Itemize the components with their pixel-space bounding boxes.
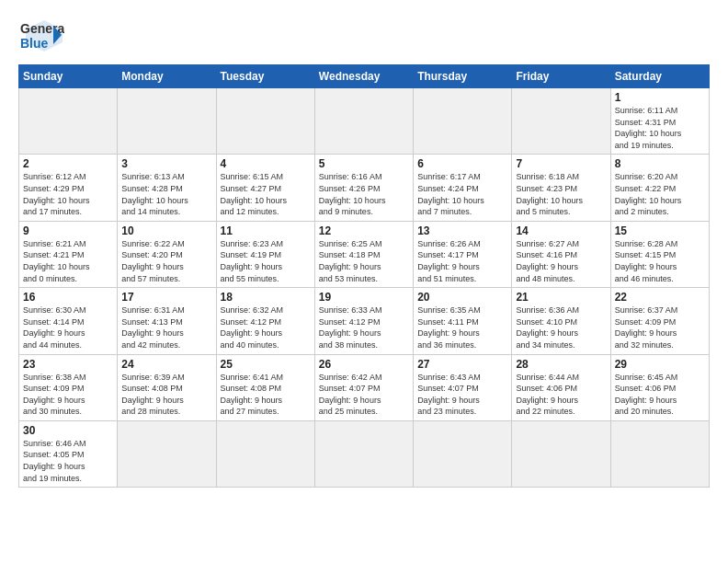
calendar-cell: 11Sunrise: 6:23 AM Sunset: 4:19 PM Dayli… <box>216 221 314 287</box>
calendar-header-saturday: Saturday <box>610 65 709 88</box>
calendar-header-monday: Monday <box>118 65 216 88</box>
calendar-cell: 19Sunrise: 6:33 AM Sunset: 4:12 PM Dayli… <box>314 288 413 354</box>
day-number: 26 <box>319 358 409 371</box>
calendar-header-row: SundayMondayTuesdayWednesdayThursdayFrid… <box>19 65 710 88</box>
day-number: 24 <box>121 358 211 371</box>
calendar-cell: 10Sunrise: 6:22 AM Sunset: 4:20 PM Dayli… <box>118 221 216 287</box>
day-info: Sunrise: 6:20 AM Sunset: 4:22 PM Dayligh… <box>615 171 705 217</box>
calendar-week-4: 23Sunrise: 6:38 AM Sunset: 4:09 PM Dayli… <box>19 354 710 420</box>
calendar-cell: 3Sunrise: 6:13 AM Sunset: 4:28 PM Daylig… <box>118 155 216 221</box>
calendar-header-thursday: Thursday <box>414 65 512 88</box>
day-info: Sunrise: 6:46 AM Sunset: 4:05 PM Dayligh… <box>23 438 113 484</box>
day-number: 4 <box>221 157 311 170</box>
calendar-cell: 2Sunrise: 6:12 AM Sunset: 4:29 PM Daylig… <box>19 155 118 221</box>
calendar-header-sunday: Sunday <box>19 65 118 88</box>
day-number: 25 <box>221 358 311 371</box>
calendar-cell <box>414 88 512 155</box>
day-number: 21 <box>516 291 606 304</box>
calendar-cell: 20Sunrise: 6:35 AM Sunset: 4:11 PM Dayli… <box>414 288 512 354</box>
header: GeneralBlue <box>18 17 710 55</box>
day-number: 17 <box>121 291 211 304</box>
day-number: 27 <box>417 358 507 371</box>
day-info: Sunrise: 6:38 AM Sunset: 4:09 PM Dayligh… <box>23 372 113 418</box>
calendar-header-friday: Friday <box>512 65 610 88</box>
calendar-cell: 12Sunrise: 6:25 AM Sunset: 4:18 PM Dayli… <box>314 221 413 287</box>
calendar-table: SundayMondayTuesdayWednesdayThursdayFrid… <box>18 64 710 488</box>
day-info: Sunrise: 6:15 AM Sunset: 4:27 PM Dayligh… <box>221 171 311 217</box>
day-number: 8 <box>615 157 705 170</box>
calendar-cell <box>216 420 314 487</box>
day-info: Sunrise: 6:32 AM Sunset: 4:12 PM Dayligh… <box>221 304 311 350</box>
day-number: 13 <box>417 224 507 237</box>
day-info: Sunrise: 6:27 AM Sunset: 4:16 PM Dayligh… <box>516 238 606 284</box>
day-info: Sunrise: 6:23 AM Sunset: 4:19 PM Dayligh… <box>221 238 311 284</box>
calendar-cell <box>19 88 118 155</box>
day-number: 5 <box>319 157 409 170</box>
calendar-cell: 5Sunrise: 6:16 AM Sunset: 4:26 PM Daylig… <box>314 155 413 221</box>
day-number: 16 <box>23 291 113 304</box>
day-info: Sunrise: 6:26 AM Sunset: 4:17 PM Dayligh… <box>417 238 507 284</box>
calendar-cell: 6Sunrise: 6:17 AM Sunset: 4:24 PM Daylig… <box>414 155 512 221</box>
calendar-cell: 23Sunrise: 6:38 AM Sunset: 4:09 PM Dayli… <box>19 354 118 420</box>
day-info: Sunrise: 6:30 AM Sunset: 4:14 PM Dayligh… <box>23 304 113 350</box>
calendar-cell: 25Sunrise: 6:41 AM Sunset: 4:08 PM Dayli… <box>216 354 314 420</box>
calendar-cell: 17Sunrise: 6:31 AM Sunset: 4:13 PM Dayli… <box>118 288 216 354</box>
calendar-cell: 21Sunrise: 6:36 AM Sunset: 4:10 PM Dayli… <box>512 288 610 354</box>
calendar-cell: 15Sunrise: 6:28 AM Sunset: 4:15 PM Dayli… <box>610 221 709 287</box>
day-info: Sunrise: 6:42 AM Sunset: 4:07 PM Dayligh… <box>319 372 409 418</box>
calendar-week-3: 16Sunrise: 6:30 AM Sunset: 4:14 PM Dayli… <box>19 288 710 354</box>
day-info: Sunrise: 6:13 AM Sunset: 4:28 PM Dayligh… <box>121 171 211 217</box>
calendar-cell: 1Sunrise: 6:11 AM Sunset: 4:31 PM Daylig… <box>610 88 709 155</box>
day-info: Sunrise: 6:37 AM Sunset: 4:09 PM Dayligh… <box>615 304 705 350</box>
calendar-cell: 14Sunrise: 6:27 AM Sunset: 4:16 PM Dayli… <box>512 221 610 287</box>
day-number: 6 <box>417 157 507 170</box>
day-info: Sunrise: 6:35 AM Sunset: 4:11 PM Dayligh… <box>417 304 507 350</box>
day-number: 29 <box>615 358 705 371</box>
day-info: Sunrise: 6:21 AM Sunset: 4:21 PM Dayligh… <box>23 238 113 284</box>
calendar-cell: 4Sunrise: 6:15 AM Sunset: 4:27 PM Daylig… <box>216 155 314 221</box>
day-info: Sunrise: 6:39 AM Sunset: 4:08 PM Dayligh… <box>121 372 211 418</box>
day-info: Sunrise: 6:25 AM Sunset: 4:18 PM Dayligh… <box>319 238 409 284</box>
day-number: 2 <box>23 157 113 170</box>
calendar-week-1: 2Sunrise: 6:12 AM Sunset: 4:29 PM Daylig… <box>19 155 710 221</box>
day-info: Sunrise: 6:18 AM Sunset: 4:23 PM Dayligh… <box>516 171 606 217</box>
day-info: Sunrise: 6:33 AM Sunset: 4:12 PM Dayligh… <box>319 304 409 350</box>
calendar-page: GeneralBlue SundayMondayTuesdayWednesday… <box>0 0 728 563</box>
day-info: Sunrise: 6:17 AM Sunset: 4:24 PM Dayligh… <box>417 171 507 217</box>
calendar-cell: 30Sunrise: 6:46 AM Sunset: 4:05 PM Dayli… <box>19 420 118 487</box>
day-info: Sunrise: 6:41 AM Sunset: 4:08 PM Dayligh… <box>221 372 311 418</box>
day-number: 14 <box>516 224 606 237</box>
day-number: 10 <box>121 224 211 237</box>
day-number: 19 <box>319 291 409 304</box>
calendar-cell <box>512 420 610 487</box>
calendar-week-2: 9Sunrise: 6:21 AM Sunset: 4:21 PM Daylig… <box>19 221 710 287</box>
day-number: 15 <box>615 224 705 237</box>
day-number: 23 <box>23 358 113 371</box>
calendar-cell <box>314 88 413 155</box>
calendar-cell: 8Sunrise: 6:20 AM Sunset: 4:22 PM Daylig… <box>610 155 709 221</box>
day-info: Sunrise: 6:28 AM Sunset: 4:15 PM Dayligh… <box>615 238 705 284</box>
day-info: Sunrise: 6:11 AM Sunset: 4:31 PM Dayligh… <box>615 105 705 151</box>
day-number: 30 <box>23 424 113 437</box>
calendar-cell: 9Sunrise: 6:21 AM Sunset: 4:21 PM Daylig… <box>19 221 118 287</box>
calendar-cell: 22Sunrise: 6:37 AM Sunset: 4:09 PM Dayli… <box>610 288 709 354</box>
calendar-cell <box>118 88 216 155</box>
day-info: Sunrise: 6:45 AM Sunset: 4:06 PM Dayligh… <box>615 372 705 418</box>
calendar-cell: 13Sunrise: 6:26 AM Sunset: 4:17 PM Dayli… <box>414 221 512 287</box>
calendar-cell: 29Sunrise: 6:45 AM Sunset: 4:06 PM Dayli… <box>610 354 709 420</box>
calendar-cell <box>216 88 314 155</box>
calendar-header-tuesday: Tuesday <box>216 65 314 88</box>
generalblue-logo-icon: GeneralBlue <box>18 17 64 55</box>
calendar-cell: 24Sunrise: 6:39 AM Sunset: 4:08 PM Dayli… <box>118 354 216 420</box>
day-number: 22 <box>615 291 705 304</box>
day-number: 9 <box>23 224 113 237</box>
day-info: Sunrise: 6:22 AM Sunset: 4:20 PM Dayligh… <box>121 238 211 284</box>
calendar-week-0: 1Sunrise: 6:11 AM Sunset: 4:31 PM Daylig… <box>19 88 710 155</box>
calendar-cell: 16Sunrise: 6:30 AM Sunset: 4:14 PM Dayli… <box>19 288 118 354</box>
calendar-cell: 18Sunrise: 6:32 AM Sunset: 4:12 PM Dayli… <box>216 288 314 354</box>
day-number: 18 <box>221 291 311 304</box>
calendar-cell <box>414 420 512 487</box>
calendar-cell <box>610 420 709 487</box>
day-number: 1 <box>615 91 705 104</box>
day-info: Sunrise: 6:12 AM Sunset: 4:29 PM Dayligh… <box>23 171 113 217</box>
